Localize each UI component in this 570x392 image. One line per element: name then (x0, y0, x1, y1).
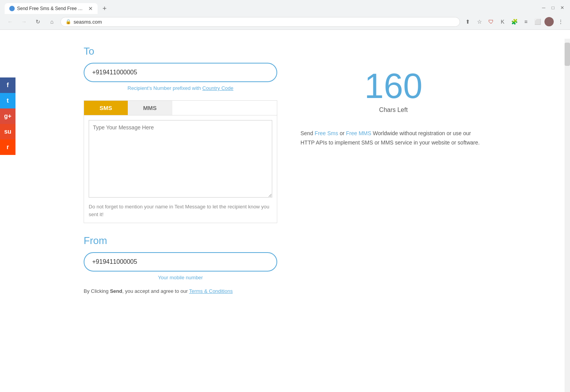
url-display: seasms.com (74, 19, 455, 25)
message-tabs: SMS MMS (84, 100, 277, 115)
user-avatar[interactable] (544, 17, 554, 26)
home-button[interactable]: ⌂ (46, 16, 57, 27)
tos-middle: , you accept and agree to our (122, 288, 189, 294)
lock-icon: 🔒 (65, 19, 71, 24)
readinglist-icon[interactable]: ≡ (521, 17, 531, 26)
new-tab-button[interactable]: + (99, 3, 110, 14)
country-code-link[interactable]: Country Code (203, 85, 233, 91)
forward-button[interactable]: → (19, 16, 29, 27)
tab-mms[interactable]: MMS (128, 101, 172, 115)
main-content: To Recipient's Number prefixed with Coun… (53, 30, 517, 309)
menu-icon[interactable]: ⋮ (556, 17, 565, 26)
chars-left-number: 160 (300, 69, 486, 103)
reload-button[interactable]: ↻ (33, 16, 43, 27)
extensions-icon[interactable]: 🧩 (510, 17, 519, 26)
tos-prefix: By Clicking (84, 288, 110, 294)
profile-icon[interactable]: K (498, 17, 507, 26)
desc-part2: or (338, 130, 346, 136)
to-label: To (84, 45, 277, 57)
title-bar: Send Free Sms & Send Free MMS ✕ + ─ □ ✕ (0, 0, 570, 14)
toolbar-icons: ⬆ ☆ 🛡 K 🧩 ≡ ⬜ ⋮ (463, 17, 565, 26)
recipient-hint: Recipient's Number prefixed with Country… (84, 85, 277, 91)
chars-left-label: Chars Left (300, 107, 486, 113)
bookmark-icon[interactable]: ☆ (475, 17, 484, 26)
sidebar-icon[interactable]: ⬜ (533, 17, 542, 26)
tos-section: By Clicking Send, you accept and agree t… (84, 288, 277, 294)
free-mms-link[interactable]: Free MMS (346, 130, 371, 136)
from-section: From Your mobile number (84, 235, 277, 280)
browser-toolbar: ← → ↻ ⌂ 🔒 seasms.com ⬆ ☆ 🛡 K 🧩 ≡ ⬜ ⋮ (0, 14, 570, 29)
desc-part1: Send (300, 130, 315, 136)
twitter-share-button[interactable]: t (0, 93, 15, 108)
free-sms-link[interactable]: Free Sms (315, 130, 338, 136)
from-phone-input[interactable] (84, 252, 277, 272)
left-panel: To Recipient's Number prefixed with Coun… (84, 45, 277, 294)
tab-close-icon[interactable]: ✕ (88, 5, 93, 12)
recipient-hint-prefix: Recipient's Number prefixed with (127, 85, 202, 91)
google-share-button[interactable]: g+ (0, 108, 15, 124)
to-section: To Recipient's Number prefixed with Coun… (84, 45, 277, 91)
share-icon[interactable]: ⬆ (463, 17, 472, 26)
to-phone-input[interactable] (84, 63, 277, 82)
address-bar[interactable]: 🔒 seasms.com (60, 17, 460, 27)
from-label: From (84, 235, 277, 247)
close-button[interactable]: ✕ (559, 5, 565, 11)
mobile-hint: Your mobile number (84, 275, 277, 280)
tab-title: Send Free Sms & Send Free MMS (17, 6, 86, 11)
description-text: Send Free Sms or Free MMS Worldwide with… (300, 129, 486, 148)
message-note: Do not forget to mention your name in Te… (89, 203, 272, 218)
terms-link[interactable]: Terms & Conditions (189, 288, 233, 294)
reddit-share-button[interactable]: r (0, 139, 15, 155)
social-sidebar: f t g+ su r (0, 77, 15, 155)
facebook-share-button[interactable]: f (0, 77, 15, 93)
stumbleupon-share-button[interactable]: su (0, 124, 15, 139)
tab-favicon (9, 6, 15, 11)
back-button[interactable]: ← (5, 16, 15, 27)
browser-tab[interactable]: Send Free Sms & Send Free MMS ✕ (5, 3, 98, 14)
message-area-container: Do not forget to mention your name in Te… (84, 115, 277, 223)
browser-chrome: Send Free Sms & Send Free MMS ✕ + ─ □ ✕ … (0, 0, 570, 30)
tab-sms[interactable]: SMS (84, 101, 128, 115)
maximize-button[interactable]: □ (550, 5, 556, 11)
minimize-button[interactable]: ─ (541, 5, 547, 11)
message-textarea[interactable] (89, 120, 272, 198)
scrollbar[interactable] (565, 39, 570, 309)
window-controls: ─ □ ✕ (541, 5, 565, 12)
scrollbar-thumb[interactable] (565, 43, 570, 66)
tos-send: Send (110, 288, 122, 294)
shield-icon[interactable]: 🛡 (486, 17, 496, 26)
right-panel: 160 Chars Left Send Free Sms or Free MMS… (300, 45, 486, 294)
